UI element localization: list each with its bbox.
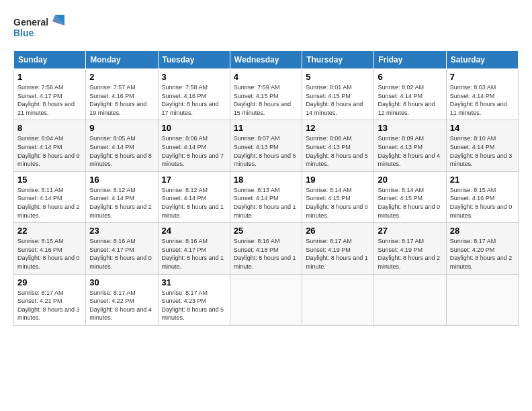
day-number: 6 <box>378 72 442 82</box>
calendar-cell: 31Sunrise: 8:17 AMSunset: 4:23 PMDayligh… <box>158 274 230 325</box>
day-number: 27 <box>378 226 442 236</box>
calendar-week-5: 29Sunrise: 8:17 AMSunset: 4:21 PMDayligh… <box>14 274 519 325</box>
day-number: 16 <box>89 175 154 185</box>
day-info: Sunrise: 8:17 AMSunset: 4:21 PMDaylight:… <box>17 289 82 322</box>
calendar-cell: 22Sunrise: 8:15 AMSunset: 4:16 PMDayligh… <box>14 223 86 274</box>
day-number: 15 <box>17 175 82 185</box>
day-number: 28 <box>450 226 515 236</box>
day-number: 24 <box>162 226 226 236</box>
calendar-cell: 30Sunrise: 8:17 AMSunset: 4:22 PMDayligh… <box>86 274 158 325</box>
calendar-cell: 8Sunrise: 8:04 AMSunset: 4:14 PMDaylight… <box>14 120 86 171</box>
logo-svg: General Blue <box>13 13 67 44</box>
calendar-week-2: 8Sunrise: 8:04 AMSunset: 4:14 PMDaylight… <box>14 120 519 171</box>
calendar-cell: 24Sunrise: 8:16 AMSunset: 4:17 PMDayligh… <box>158 223 230 274</box>
calendar-table: SundayMondayTuesdayWednesdayThursdayFrid… <box>13 50 519 326</box>
day-number: 31 <box>162 277 226 287</box>
day-number: 10 <box>162 123 226 133</box>
day-info: Sunrise: 8:11 AMSunset: 4:14 PMDaylight:… <box>17 186 82 220</box>
day-info: Sunrise: 8:17 AMSunset: 4:19 PMDaylight:… <box>378 237 442 271</box>
day-number: 8 <box>17 123 82 133</box>
calendar-cell: 5Sunrise: 8:01 AMSunset: 4:15 PMDaylight… <box>302 69 374 120</box>
day-number: 3 <box>162 72 226 82</box>
day-info: Sunrise: 8:05 AMSunset: 4:14 PMDaylight:… <box>89 134 154 168</box>
day-info: Sunrise: 7:56 AMSunset: 4:17 PMDaylight:… <box>17 83 82 117</box>
day-info: Sunrise: 8:14 AMSunset: 4:15 PMDaylight:… <box>378 186 442 220</box>
day-number: 18 <box>234 175 298 185</box>
calendar-week-4: 22Sunrise: 8:15 AMSunset: 4:16 PMDayligh… <box>14 223 519 274</box>
calendar-cell: 13Sunrise: 8:09 AMSunset: 4:13 PMDayligh… <box>374 120 446 171</box>
header-friday: Friday <box>374 51 446 69</box>
day-info: Sunrise: 8:16 AMSunset: 4:17 PMDaylight:… <box>89 237 154 271</box>
day-number: 4 <box>234 72 298 82</box>
calendar-cell: 29Sunrise: 8:17 AMSunset: 4:21 PMDayligh… <box>14 274 86 325</box>
day-info: Sunrise: 8:15 AMSunset: 4:16 PMDaylight:… <box>17 237 82 271</box>
day-info: Sunrise: 8:17 AMSunset: 4:22 PMDaylight:… <box>89 289 154 322</box>
calendar-cell: 17Sunrise: 8:12 AMSunset: 4:14 PMDayligh… <box>158 171 230 222</box>
svg-text:General: General <box>13 17 48 28</box>
calendar-cell: 2Sunrise: 7:57 AMSunset: 4:16 PMDaylight… <box>86 69 158 120</box>
calendar-cell <box>374 274 446 325</box>
day-number: 12 <box>306 123 370 133</box>
day-number: 17 <box>162 175 226 185</box>
day-number: 1 <box>17 72 82 82</box>
header-wednesday: Wednesday <box>230 51 302 69</box>
svg-text:Blue: Blue <box>13 28 34 38</box>
day-info: Sunrise: 7:57 AMSunset: 4:16 PMDaylight:… <box>89 83 154 117</box>
day-number: 19 <box>306 175 370 185</box>
calendar-cell <box>302 274 374 325</box>
calendar-cell: 1Sunrise: 7:56 AMSunset: 4:17 PMDaylight… <box>14 69 86 120</box>
day-info: Sunrise: 8:08 AMSunset: 4:13 PMDaylight:… <box>306 134 370 168</box>
header-monday: Monday <box>86 51 158 69</box>
day-number: 29 <box>17 277 82 287</box>
day-info: Sunrise: 8:13 AMSunset: 4:14 PMDaylight:… <box>234 186 298 220</box>
day-info: Sunrise: 8:12 AMSunset: 4:14 PMDaylight:… <box>162 186 226 220</box>
day-info: Sunrise: 8:01 AMSunset: 4:15 PMDaylight:… <box>306 83 370 117</box>
calendar-week-3: 15Sunrise: 8:11 AMSunset: 4:14 PMDayligh… <box>14 171 519 222</box>
header-thursday: Thursday <box>302 51 374 69</box>
day-info: Sunrise: 8:17 AMSunset: 4:19 PMDaylight:… <box>306 237 370 271</box>
header-tuesday: Tuesday <box>158 51 230 69</box>
calendar-cell: 25Sunrise: 8:16 AMSunset: 4:18 PMDayligh… <box>230 223 302 274</box>
day-number: 2 <box>89 72 154 82</box>
day-number: 25 <box>234 226 298 236</box>
day-info: Sunrise: 8:03 AMSunset: 4:14 PMDaylight:… <box>450 83 515 117</box>
day-number: 13 <box>378 123 442 133</box>
day-info: Sunrise: 8:16 AMSunset: 4:18 PMDaylight:… <box>234 237 298 271</box>
calendar-cell: 14Sunrise: 8:10 AMSunset: 4:14 PMDayligh… <box>446 120 518 171</box>
day-number: 20 <box>378 175 442 185</box>
calendar-cell: 18Sunrise: 8:13 AMSunset: 4:14 PMDayligh… <box>230 171 302 222</box>
calendar-cell: 21Sunrise: 8:15 AMSunset: 4:16 PMDayligh… <box>446 171 518 222</box>
day-number: 11 <box>234 123 298 133</box>
calendar-cell: 11Sunrise: 8:07 AMSunset: 4:13 PMDayligh… <box>230 120 302 171</box>
calendar-cell: 27Sunrise: 8:17 AMSunset: 4:19 PMDayligh… <box>374 223 446 274</box>
calendar-cell <box>230 274 302 325</box>
day-info: Sunrise: 8:17 AMSunset: 4:23 PMDaylight:… <box>162 289 226 322</box>
day-info: Sunrise: 8:02 AMSunset: 4:14 PMDaylight:… <box>378 83 442 117</box>
day-info: Sunrise: 8:12 AMSunset: 4:14 PMDaylight:… <box>89 186 154 220</box>
calendar-cell: 15Sunrise: 8:11 AMSunset: 4:14 PMDayligh… <box>14 171 86 222</box>
calendar-cell: 12Sunrise: 8:08 AMSunset: 4:13 PMDayligh… <box>302 120 374 171</box>
calendar-header-row: SundayMondayTuesdayWednesdayThursdayFrid… <box>14 51 519 69</box>
day-info: Sunrise: 8:06 AMSunset: 4:14 PMDaylight:… <box>162 134 226 168</box>
logo: General Blue <box>13 13 67 44</box>
day-info: Sunrise: 8:16 AMSunset: 4:17 PMDaylight:… <box>162 237 226 271</box>
day-info: Sunrise: 7:58 AMSunset: 4:16 PMDaylight:… <box>162 83 226 117</box>
day-info: Sunrise: 8:04 AMSunset: 4:14 PMDaylight:… <box>17 134 82 168</box>
calendar-cell: 16Sunrise: 8:12 AMSunset: 4:14 PMDayligh… <box>86 171 158 222</box>
day-info: Sunrise: 7:59 AMSunset: 4:15 PMDaylight:… <box>234 83 298 117</box>
day-number: 9 <box>89 123 154 133</box>
day-info: Sunrise: 8:17 AMSunset: 4:20 PMDaylight:… <box>450 237 515 271</box>
calendar-cell: 4Sunrise: 7:59 AMSunset: 4:15 PMDaylight… <box>230 69 302 120</box>
day-number: 26 <box>306 226 370 236</box>
calendar-cell: 20Sunrise: 8:14 AMSunset: 4:15 PMDayligh… <box>374 171 446 222</box>
page-header: General Blue <box>13 13 519 44</box>
calendar-cell: 10Sunrise: 8:06 AMSunset: 4:14 PMDayligh… <box>158 120 230 171</box>
calendar-cell: 9Sunrise: 8:05 AMSunset: 4:14 PMDaylight… <box>86 120 158 171</box>
calendar-cell <box>446 274 518 325</box>
calendar-cell: 28Sunrise: 8:17 AMSunset: 4:20 PMDayligh… <box>446 223 518 274</box>
header-saturday: Saturday <box>446 51 518 69</box>
calendar-cell: 23Sunrise: 8:16 AMSunset: 4:17 PMDayligh… <box>86 223 158 274</box>
day-number: 7 <box>450 72 515 82</box>
calendar-cell: 6Sunrise: 8:02 AMSunset: 4:14 PMDaylight… <box>374 69 446 120</box>
day-number: 22 <box>17 226 82 236</box>
